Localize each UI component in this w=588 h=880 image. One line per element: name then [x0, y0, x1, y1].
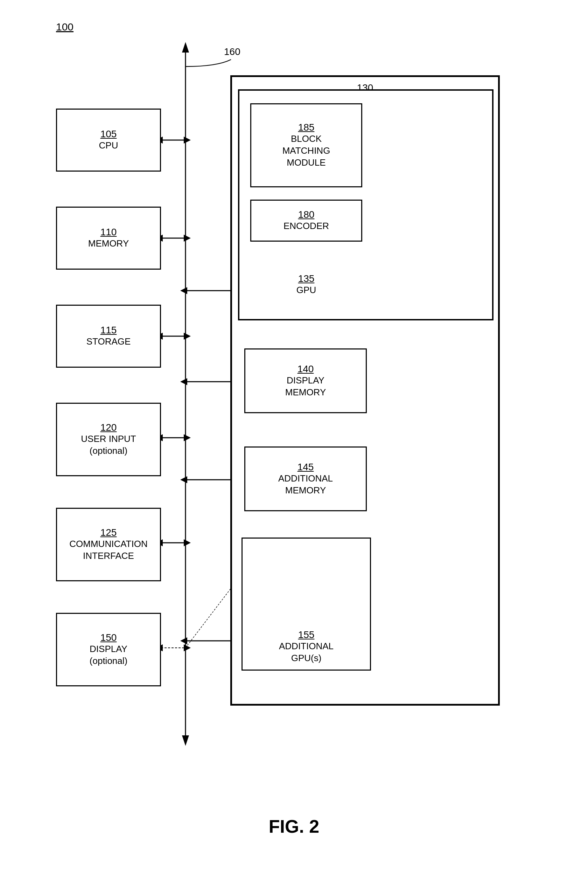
ref-155: 155 [298, 629, 315, 640]
svg-marker-29 [180, 476, 187, 483]
svg-marker-32 [180, 637, 187, 644]
block-display: 150 DISPLAY (optional) [56, 613, 161, 686]
block-block-matching: 185 BLOCK MATCHING MODULE [250, 103, 362, 187]
label-display-memory: DISPLAY MEMORY [285, 375, 326, 398]
fig-2-text: FIG. 2 [269, 816, 319, 836]
label-storage: STORAGE [87, 336, 131, 348]
label-display: DISPLAY (optional) [90, 643, 128, 667]
svg-marker-17 [184, 539, 191, 546]
svg-marker-8 [184, 234, 191, 242]
svg-marker-23 [180, 287, 187, 294]
label-cpu: CPU [99, 140, 118, 152]
label-additional-memory: ADDITIONAL MEMORY [278, 473, 333, 497]
svg-marker-26 [180, 378, 187, 385]
block-memory: 110 MEMORY [56, 207, 161, 270]
svg-marker-1 [182, 42, 189, 53]
label-memory: MEMORY [88, 238, 129, 250]
block-user-input: 120 USER INPUT (optional) [56, 403, 161, 476]
label-comm-interface: COMMUNICATION INTERFACE [69, 538, 147, 562]
label-block-matching: BLOCK MATCHING MODULE [282, 133, 330, 168]
block-encoder-180: 180 ENCODER [250, 200, 362, 242]
block-storage: 115 STORAGE [56, 305, 161, 368]
label-gpu: GPU [245, 284, 368, 296]
ref-145: 145 [297, 461, 314, 473]
ref-160: 160 [224, 46, 240, 57]
label-encoder-180: ENCODER [284, 220, 329, 232]
ref-105: 105 [100, 129, 117, 140]
diagram-container: 100 [35, 21, 553, 844]
svg-marker-2 [182, 735, 189, 746]
ref-150: 150 [100, 632, 117, 643]
ref-140: 140 [297, 363, 314, 375]
top-ref-100: 100 [56, 21, 74, 33]
block-cpu: 105 CPU [56, 108, 161, 171]
ref-110: 110 [100, 227, 117, 238]
svg-marker-14 [184, 434, 191, 441]
svg-marker-5 [184, 137, 191, 144]
ref-135: 135 [245, 273, 368, 284]
block-additional-memory: 145 ADDITIONAL MEMORY [244, 446, 367, 511]
ref-185: 185 [298, 122, 315, 133]
label-additional-gpu: ADDITIONAL GPU(s) [279, 640, 333, 664]
block-comm-interface: 125 COMMUNICATION INTERFACE [56, 508, 161, 581]
block-additional-gpu: 155 ADDITIONAL GPU(s) [242, 538, 371, 671]
figure-label: FIG. 2 [35, 816, 553, 837]
ref-115: 115 [100, 324, 117, 336]
block-display-memory: 140 DISPLAY MEMORY [244, 348, 367, 413]
svg-marker-20 [184, 644, 191, 651]
ref-180: 180 [298, 209, 315, 220]
label-user-input: USER INPUT (optional) [81, 433, 136, 457]
ref-120: 120 [100, 422, 117, 433]
ref-125: 125 [100, 527, 117, 538]
svg-marker-11 [184, 333, 191, 340]
gpu-label-area: 135 GPU [245, 273, 368, 296]
